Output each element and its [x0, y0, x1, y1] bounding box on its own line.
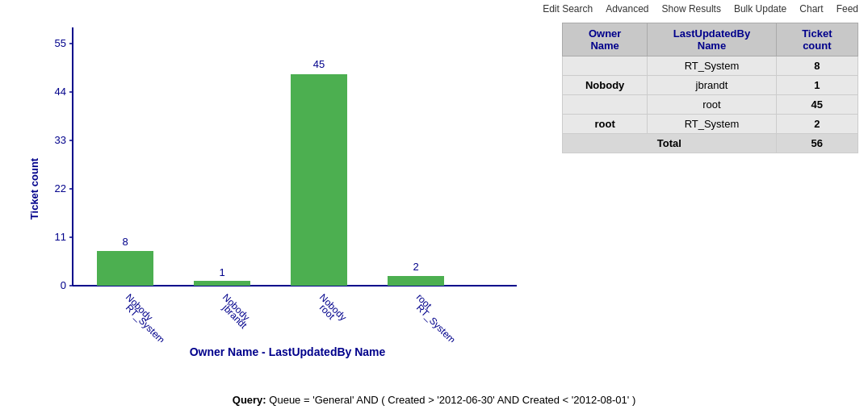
feed-nav-item[interactable]: Feed — [837, 3, 858, 15]
total-label: Total — [563, 134, 777, 153]
query-text: Queue = 'General' AND ( Created > '2012-… — [269, 394, 635, 406]
data-table: Owner Name LastUpdatedBy Name Ticket cou… — [562, 23, 858, 153]
edit-search-nav-item[interactable]: Edit Search — [543, 3, 593, 15]
count-cell: 45 — [776, 95, 858, 115]
svg-text:45: 45 — [313, 58, 325, 70]
count-cell: 1 — [776, 76, 858, 95]
main-content: Ticket count 0 11 22 33 44 55 — [0, 0, 868, 358]
x-axis-label: Owner Name - LastUpdatedBy Name — [32, 345, 543, 358]
owner-cell — [563, 56, 648, 76]
svg-text:11: 11 — [55, 231, 66, 243]
svg-text:8: 8 — [122, 236, 128, 248]
svg-text:1: 1 — [219, 266, 224, 278]
svg-text:55: 55 — [55, 37, 66, 49]
bar-chart: 0 11 22 33 44 55 8 Nobody RT_System — [32, 19, 533, 342]
total-row: Total 56 — [563, 134, 858, 153]
col-header-count: Ticket count — [776, 23, 858, 56]
bar-1 — [97, 251, 153, 286]
svg-text:0: 0 — [61, 279, 66, 291]
col-header-lastupdated: LastUpdatedBy Name — [648, 23, 776, 56]
owner-cell — [563, 95, 648, 115]
query-bar: Query: Queue = 'General' AND ( Created >… — [0, 394, 868, 406]
bar-3 — [291, 74, 347, 286]
svg-text:22: 22 — [55, 182, 66, 194]
svg-text:RT_System: RT_System — [414, 302, 458, 342]
svg-text:44: 44 — [55, 86, 66, 98]
lastupdated-cell: RT_System — [648, 56, 776, 76]
count-cell: 2 — [776, 115, 858, 134]
chart-nav-item[interactable]: Chart — [799, 3, 823, 15]
bulk-update-nav-item[interactable]: Bulk Update — [734, 3, 786, 15]
table-row: root RT_System 2 — [563, 115, 858, 134]
bar-4 — [388, 276, 444, 286]
svg-text:33: 33 — [55, 134, 66, 146]
owner-cell: Nobody — [563, 76, 648, 95]
count-cell: 8 — [776, 56, 858, 76]
table-row: root 45 — [563, 95, 858, 115]
advanced-nav-item[interactable]: Advanced — [606, 3, 648, 15]
lastupdated-cell: RT_System — [648, 115, 776, 134]
lastupdated-cell: root — [648, 95, 776, 115]
table-row: RT_System 8 — [563, 56, 858, 76]
owner-cell: root — [563, 115, 648, 134]
top-navigation: Edit SearchAdvancedShow ResultsBulk Upda… — [533, 0, 868, 18]
query-label: Query: — [233, 394, 266, 406]
show-results-nav-item[interactable]: Show Results — [662, 3, 721, 15]
y-axis-label: Ticket count — [28, 158, 40, 220]
lastupdated-cell: jbrandt — [648, 76, 776, 95]
table-row: Nobody jbrandt 1 — [563, 76, 858, 95]
chart-container: Ticket count 0 11 22 33 44 55 — [10, 19, 543, 358]
bar-2 — [194, 281, 250, 286]
svg-text:2: 2 — [413, 261, 418, 273]
total-count: 56 — [776, 134, 858, 153]
col-header-owner: Owner Name — [563, 23, 648, 56]
